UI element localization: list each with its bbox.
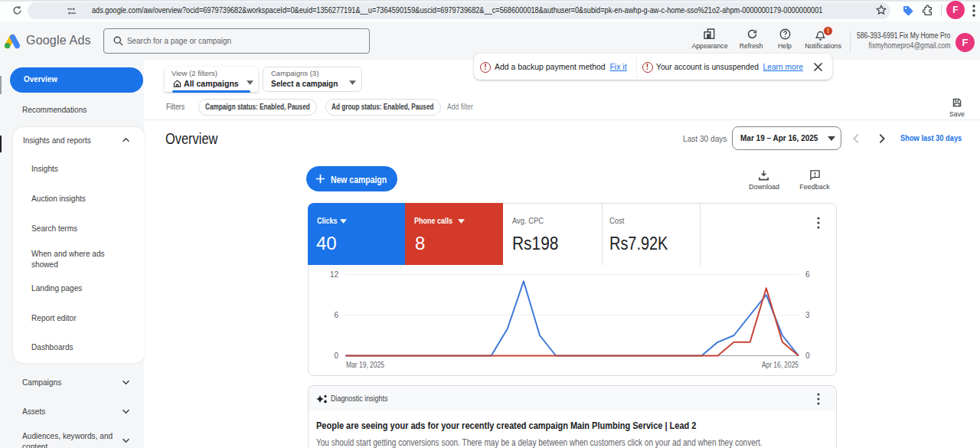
svg-text:Apr 16, 2025: Apr 16, 2025 — [762, 361, 799, 369]
svg-text:0: 0 — [334, 352, 338, 360]
svg-text:0: 0 — [805, 352, 810, 360]
svg-text:6: 6 — [334, 311, 338, 319]
svg-text:12: 12 — [330, 270, 339, 279]
svg-text:6: 6 — [805, 270, 810, 279]
svg-text:Mar 19, 2025: Mar 19, 2025 — [346, 361, 384, 369]
svg-text:3: 3 — [805, 311, 810, 319]
